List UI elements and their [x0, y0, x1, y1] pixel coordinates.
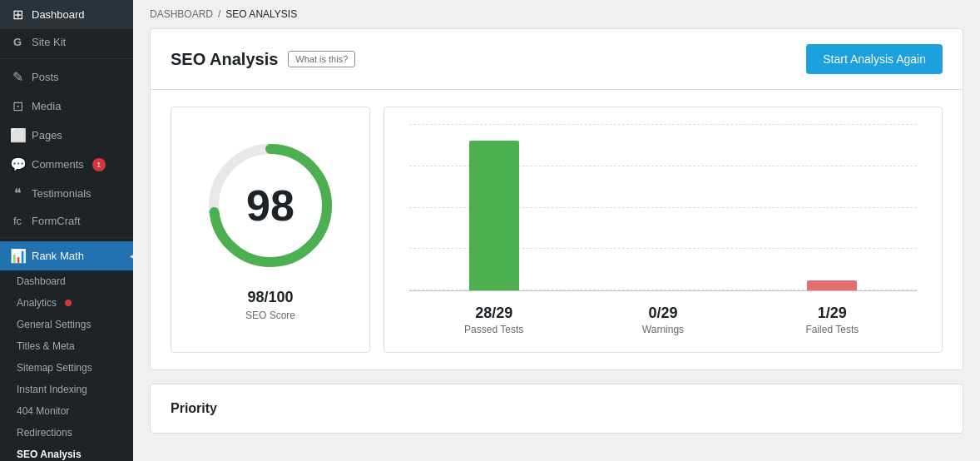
score-number: 98	[246, 184, 294, 227]
chart-stats: 28/29 Passed Tests 0/29 Warnings 1/29 Fa…	[409, 305, 917, 335]
score-sublabel: SEO Score	[245, 310, 295, 321]
priority-card: Priority	[150, 384, 963, 434]
sidebar-item-rm-seo-analysis[interactable]: SEO Analysis	[0, 444, 133, 461]
sidebar-item-rm-general[interactable]: General Settings	[0, 314, 133, 335]
sidebar-item-pages[interactable]: ⬜ Pages	[0, 121, 133, 150]
collapse-arrow-icon[interactable]: ◀	[125, 248, 133, 265]
testimonials-icon: ❝	[10, 186, 25, 201]
breadcrumb: DASHBOARD / SEO ANALYSIS	[133, 0, 980, 28]
sidebar-item-media[interactable]: ⊡ Media	[0, 92, 133, 121]
sidebar-item-rm-dashboard[interactable]: Dashboard	[0, 270, 133, 292]
stat-passed-label: Passed Tests	[409, 324, 578, 335]
media-icon: ⊡	[10, 98, 25, 114]
rm-titles-label: Titles & Meta	[17, 340, 75, 352]
sidebar-item-label: Testimonials	[32, 187, 92, 200]
score-section: 98 98/100 SEO Score	[171, 107, 370, 353]
sidebar-item-rm-instant-indexing[interactable]: Instant Indexing	[0, 379, 133, 400]
start-analysis-button[interactable]: Start Analysis Again	[806, 44, 943, 74]
sidebar-item-label: Dashboard	[32, 8, 85, 21]
seo-card-title-group: SEO Analysis What is this?	[171, 50, 355, 69]
sidebar-item-comments[interactable]: 💬 Comments 1	[0, 150, 133, 179]
rm-dashboard-label: Dashboard	[17, 275, 66, 287]
comments-icon: 💬	[10, 156, 25, 172]
rm-404-label: 404 Monitor	[17, 405, 69, 417]
sidebar-item-sitekit[interactable]: G Site Kit	[0, 29, 133, 55]
bar-group-failed	[781, 280, 883, 290]
seo-analysis-title: SEO Analysis	[171, 50, 278, 69]
sitekit-icon: G	[10, 36, 25, 48]
sidebar-item-testimonials[interactable]: ❝ Testimonials	[0, 179, 133, 208]
score-fraction: 98/100	[247, 289, 293, 306]
sidebar-item-label: Site Kit	[32, 36, 66, 48]
sidebar-item-rm-redirections[interactable]: Redirections	[0, 422, 133, 444]
sidebar-item-label: Rank Math	[32, 250, 84, 262]
stat-failed-value: 1/29	[748, 305, 917, 322]
bar-group-passed	[443, 141, 545, 290]
sidebar: ⊞ Dashboard G Site Kit ✎ Posts ⊡ Media ⬜…	[0, 0, 133, 461]
stat-warnings-value: 0/29	[578, 305, 747, 322]
breadcrumb-current: SEO ANALYSIS	[225, 8, 297, 20]
stat-failed: 1/29 Failed Tests	[748, 305, 917, 335]
stat-failed-label: Failed Tests	[748, 324, 917, 335]
formcraft-icon: fc	[10, 215, 25, 227]
priority-title: Priority	[171, 401, 943, 416]
stat-passed: 28/29 Passed Tests	[409, 305, 578, 335]
sidebar-item-formcraft[interactable]: fc FormCraft	[0, 208, 133, 234]
stat-passed-value: 28/29	[409, 305, 578, 322]
breadcrumb-separator: /	[218, 8, 220, 20]
sidebar-divider-2	[0, 237, 133, 238]
analytics-dot	[65, 300, 72, 306]
sidebar-item-posts[interactable]: ✎ Posts	[0, 62, 133, 92]
seo-card-header: SEO Analysis What is this? Start Analysi…	[151, 29, 963, 90]
comments-badge: 1	[92, 158, 106, 171]
what-is-this-button[interactable]: What is this?	[288, 51, 355, 67]
sidebar-item-label: FormCraft	[32, 215, 81, 227]
rank-math-submenu: Dashboard Analytics General Settings Tit…	[0, 270, 133, 461]
rm-sitemap-label: Sitemap Settings	[17, 362, 92, 374]
chart-area	[409, 124, 917, 291]
breadcrumb-dashboard[interactable]: DASHBOARD	[150, 8, 213, 20]
sidebar-item-dashboard[interactable]: ⊞ Dashboard	[0, 0, 133, 29]
rm-analytics-label: Analytics	[17, 297, 57, 309]
pages-icon: ⬜	[10, 127, 25, 143]
rm-general-label: General Settings	[17, 319, 91, 330]
sidebar-item-label: Comments	[32, 158, 84, 171]
sidebar-item-rm-titles[interactable]: Titles & Meta	[0, 335, 133, 357]
chart-section: 28/29 Passed Tests 0/29 Warnings 1/29 Fa…	[384, 107, 943, 353]
sidebar-item-label: Media	[32, 100, 61, 112]
sidebar-item-label: Pages	[32, 129, 62, 141]
rm-redirections-label: Redirections	[17, 427, 72, 439]
sidebar-item-rm-analytics[interactable]: Analytics	[0, 292, 133, 314]
rm-instant-indexing-label: Instant Indexing	[17, 384, 87, 395]
seo-card-body: 98 98/100 SEO Score	[151, 90, 963, 369]
stat-warnings: 0/29 Warnings	[578, 305, 747, 335]
sidebar-item-rank-math[interactable]: 📊 Rank Math ◀	[0, 241, 133, 270]
sidebar-item-label: Posts	[32, 71, 59, 83]
chart-bars	[409, 124, 917, 290]
content-area: SEO Analysis What is this? Start Analysi…	[133, 28, 980, 461]
dashboard-icon: ⊞	[10, 7, 25, 22]
posts-icon: ✎	[10, 69, 25, 85]
main-content: DASHBOARD / SEO ANALYSIS SEO Analysis Wh…	[133, 0, 980, 461]
sidebar-item-rm-404[interactable]: 404 Monitor	[0, 400, 133, 422]
bar-failed	[807, 280, 857, 290]
rm-seo-analysis-label: SEO Analysis	[17, 449, 82, 460]
sidebar-divider	[0, 58, 133, 59]
sidebar-item-rm-sitemap[interactable]: Sitemap Settings	[0, 357, 133, 379]
bar-passed	[469, 141, 519, 290]
score-circle-container: 98	[204, 139, 337, 272]
stat-warnings-label: Warnings	[578, 324, 747, 335]
rank-math-icon: 📊	[10, 248, 25, 264]
seo-analysis-card: SEO Analysis What is this? Start Analysi…	[150, 28, 963, 370]
